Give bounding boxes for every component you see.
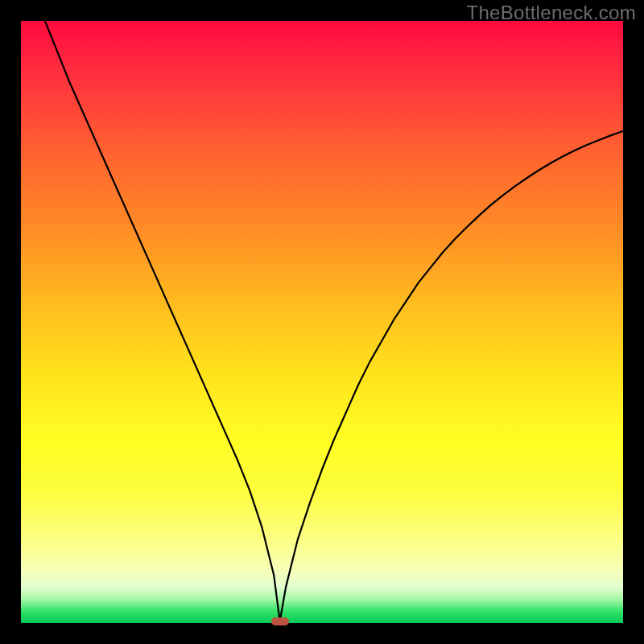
plot-area — [21, 21, 623, 623]
minimum-marker — [271, 617, 289, 625]
chart-frame: TheBottleneck.com — [0, 0, 644, 644]
curve-path — [45, 21, 623, 621]
bottleneck-curve — [21, 21, 623, 623]
watermark-text: TheBottleneck.com — [466, 2, 636, 24]
